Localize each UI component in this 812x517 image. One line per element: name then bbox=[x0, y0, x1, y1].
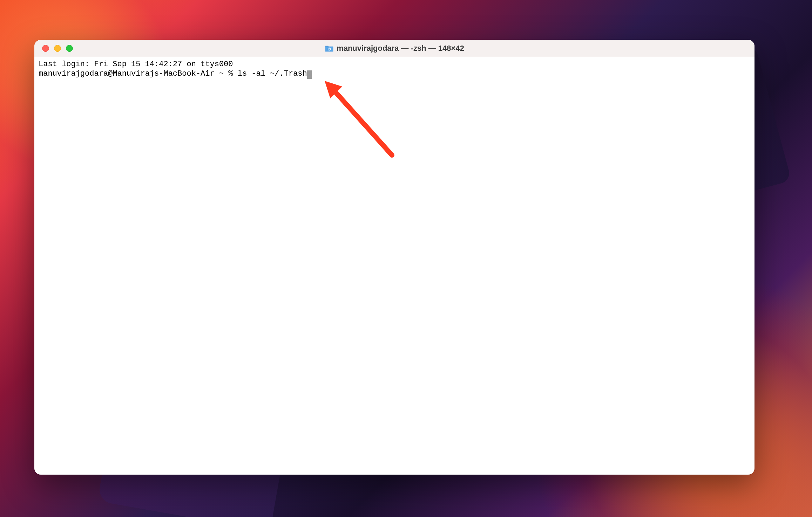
minimize-button[interactable] bbox=[54, 45, 61, 52]
maximize-button[interactable] bbox=[66, 45, 73, 52]
window-title-text: manuvirajgodara — -zsh — 148×42 bbox=[337, 44, 464, 53]
terminal-prompt-line: manuvirajgodara@Manuvirajs-MacBook-Air ~… bbox=[39, 69, 750, 79]
text-cursor bbox=[307, 70, 312, 79]
title-bar[interactable]: manuvirajgodara — -zsh — 148×42 bbox=[34, 40, 755, 57]
annotation-arrow-icon bbox=[318, 75, 410, 166]
terminal-content[interactable]: Last login: Fri Sep 15 14:42:27 on ttys0… bbox=[34, 57, 755, 110]
close-button[interactable] bbox=[42, 45, 49, 52]
traffic-lights bbox=[34, 45, 73, 52]
terminal-window: manuvirajgodara — -zsh — 148×42 Last log… bbox=[34, 40, 755, 475]
svg-marker-3 bbox=[325, 81, 342, 98]
svg-line-2 bbox=[332, 89, 392, 155]
terminal-output-line: Last login: Fri Sep 15 14:42:27 on ttys0… bbox=[39, 60, 750, 69]
folder-icon bbox=[325, 44, 334, 52]
window-title: manuvirajgodara — -zsh — 148×42 bbox=[325, 44, 464, 53]
shell-prompt: manuvirajgodara@Manuvirajs-MacBook-Air ~… bbox=[39, 69, 238, 78]
shell-command: ls -al ~/.Trash bbox=[238, 69, 307, 78]
